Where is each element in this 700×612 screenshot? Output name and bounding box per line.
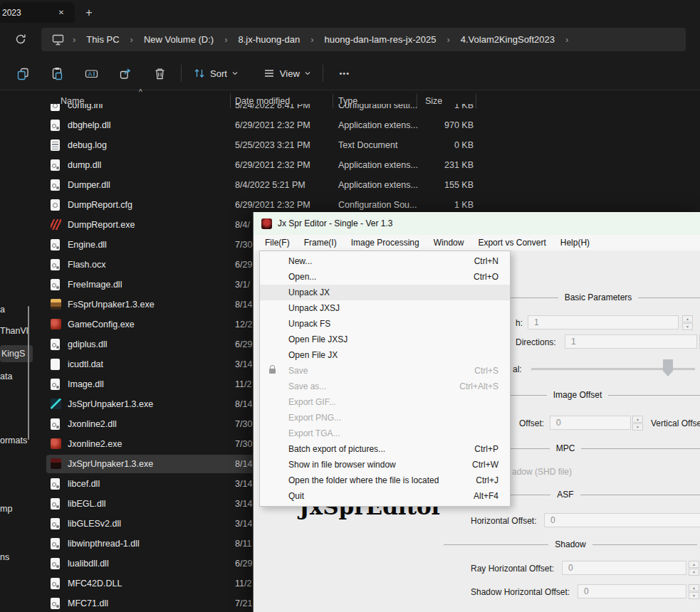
file-name: FsSprUnpaker1.3.exe	[68, 300, 155, 310]
menu-item[interactable]: Show in file browser window Ctrl+W	[260, 457, 510, 473]
sort-button[interactable]: Sort	[186, 61, 246, 85]
horizontal-offset-input[interactable]: 0	[544, 513, 700, 527]
file-icon	[51, 498, 60, 510]
menu-item[interactable]: Open File JXSJ	[260, 332, 510, 347]
file-date: 8/11	[235, 539, 251, 549]
directions-label: Directions:	[516, 337, 556, 347]
breadcrumb-item[interactable]: This PC ›	[82, 32, 140, 47]
new-tab-button[interactable]: +	[80, 4, 98, 21]
file-date: 11/2	[235, 579, 251, 589]
breadcrumb-chevron[interactable]: ›	[218, 34, 234, 45]
menu-item[interactable]: Save as... Ctrl+Alt+S	[260, 379, 510, 394]
menubar-item[interactable]: Window	[427, 235, 471, 250]
navigation-pane: a ThanVl KingS ata ormats mp ns	[0, 90, 38, 612]
paste-button[interactable]	[43, 61, 71, 85]
file-name: Jxonline2.exe	[68, 439, 122, 449]
menu-item-label: Export TGA...	[288, 428, 340, 438]
tab-close-icon[interactable]: ✕	[55, 6, 68, 19]
interval-slider-thumb[interactable]	[663, 359, 673, 376]
file-row[interactable]: dump.dll 6/29/2021 2:32 PM Application e…	[39, 155, 700, 175]
rename-button[interactable]: A	[77, 61, 105, 85]
nav-tree-item[interactable]: ata	[0, 368, 12, 385]
menu-item[interactable]: Quit Alt+F4	[260, 488, 510, 504]
breadcrumb-chevron[interactable]: ›	[304, 34, 320, 45]
spin-up-icon: ▲	[632, 416, 643, 423]
breadcrumb-chevron[interactable]: ›	[440, 34, 456, 45]
nav-tree-item[interactable]: ormats	[0, 432, 27, 449]
breadcrumb-item[interactable]: huong-dan-lam-res-jx-2025 ›	[320, 32, 456, 47]
menubar-item[interactable]: File(F)	[258, 235, 297, 250]
file-date: 6/29	[235, 559, 252, 569]
field-h-spinner[interactable]: ▲▼	[682, 315, 693, 330]
file-icon	[51, 598, 60, 609]
shadow-horizontal-offset-input[interactable]: 0	[578, 584, 686, 598]
directions-input[interactable]: 1	[565, 334, 697, 349]
delete-button[interactable]	[145, 61, 174, 85]
offset-label: Offset:	[519, 418, 544, 428]
explorer-top-chrome: 2023 ✕ + › This PC › New Volume (D:) ›	[0, 0, 700, 57]
field-h-input[interactable]: 1	[528, 315, 679, 329]
breadcrumb-chevron[interactable]: ›	[124, 34, 140, 45]
menubar-item[interactable]: Image Processing	[344, 235, 427, 250]
file-name: libGLESv2.dll	[68, 519, 121, 529]
file-row[interactable]: config.ini 5/24/2022 8:41 PM Configurati…	[39, 104, 700, 115]
menu-item[interactable]: Export PNG...	[260, 410, 510, 426]
menu-item-label: Quit	[288, 491, 304, 501]
file-row[interactable]: debug.log 5/25/2023 3:21 PM Text Documen…	[39, 135, 700, 155]
breadcrumb-item[interactable]: 4.Volam2KingSoft2023 ›	[456, 32, 575, 47]
shadow-offset-spinner[interactable]: ▲▼	[689, 584, 699, 599]
menu-item[interactable]: Unpack JXSJ	[260, 300, 510, 316]
menu-item[interactable]: Export GIF...	[260, 394, 510, 410]
menu-item-label: Open...	[288, 272, 316, 282]
file-name: dump.dll	[68, 160, 101, 170]
file-name: gdiplus.dll	[68, 339, 108, 349]
breadcrumb-item[interactable]: 8.jx-huong-dan ›	[234, 32, 320, 47]
dialog-titlebar[interactable]: Jx Spr Editor - Single - Ver 1.3	[254, 212, 700, 235]
menu-item[interactable]: Open... Ctrl+O	[260, 269, 510, 285]
more-options-button[interactable]: •••	[330, 61, 359, 85]
menubar-item[interactable]: Help(H)	[553, 235, 597, 250]
file-date: 8/4/2022 5:21 PM	[235, 180, 305, 190]
nav-tree-item[interactable]: ThanVl	[0, 322, 28, 339]
menu-item[interactable]: New... Ctrl+N	[260, 253, 510, 269]
ray-offset-spinner[interactable]: ▲▼	[689, 561, 699, 576]
file-name: config.ini	[68, 104, 103, 110]
offset-spinner[interactable]: ▲▼	[632, 416, 643, 431]
menu-item[interactable]: Open File JX	[260, 347, 510, 363]
menu-item[interactable]: Batch export of pictures... Ctrl+P	[260, 441, 510, 457]
file-icon	[51, 379, 60, 390]
menu-item[interactable]: Unpack JX	[260, 285, 510, 300]
menubar-item[interactable]: Frame(I)	[297, 235, 344, 250]
view-button[interactable]: View	[256, 61, 318, 85]
file-name: GameConfig.exe	[68, 320, 135, 329]
rename-icon: A	[85, 67, 98, 80]
file-icon	[51, 518, 60, 529]
file-row[interactable]: Dumper.dll 8/4/2022 5:21 PM Application …	[39, 175, 700, 195]
offset-input[interactable]: 0	[550, 416, 631, 430]
menu-item[interactable]: Save Ctrl+S	[260, 363, 510, 379]
menu-item-label: New...	[288, 256, 312, 266]
file-date: 8/14	[235, 399, 252, 409]
menu-item[interactable]: Open the folder where the file is locate…	[260, 473, 510, 488]
explorer-tab[interactable]: 2023 ✕	[0, 2, 75, 23]
copy-button[interactable]	[9, 61, 37, 85]
menu-item[interactable]: Unpack FS	[260, 316, 510, 332]
menubar-item[interactable]: Export vs Convert	[471, 235, 553, 250]
nav-tree-item[interactable]: ns	[0, 549, 9, 566]
breadcrumb-chevron[interactable]: ›	[559, 34, 575, 45]
file-name: Jxonline2.dll	[68, 419, 117, 429]
share-button[interactable]	[111, 61, 140, 85]
ray-horizontal-offset-input[interactable]: 0	[562, 561, 686, 575]
nav-scrollbar[interactable]	[28, 306, 29, 440]
file-name: lualibdll.dll	[68, 559, 109, 569]
file-row[interactable]: dbghelp.dll 6/29/2021 2:32 PM Applicatio…	[39, 115, 700, 135]
file-icon	[51, 478, 60, 490]
refresh-icon[interactable]	[13, 31, 28, 47]
menu-item[interactable]: Export TGA...	[260, 426, 510, 441]
nav-tree-item[interactable]: mp	[0, 500, 12, 517]
menu-item-label: Unpack JXSJ	[288, 303, 340, 313]
nav-tree-item[interactable]: a	[0, 301, 5, 318]
menu-item-shortcut: Ctrl+J	[461, 475, 498, 485]
breadcrumb-item[interactable]: New Volume (D:) ›	[140, 32, 234, 47]
breadcrumb[interactable]: › This PC › New Volume (D:) › 8.jx-huong…	[41, 28, 686, 51]
